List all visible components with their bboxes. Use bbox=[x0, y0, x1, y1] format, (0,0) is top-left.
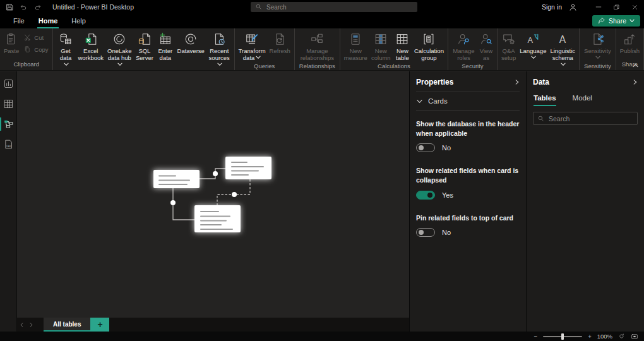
ribbon-button-dataverse[interactable]: Dataverse bbox=[176, 30, 206, 55]
menu-home[interactable]: Home bbox=[32, 14, 65, 28]
sign-in-link[interactable]: Sign in bbox=[542, 3, 562, 11]
ribbon-button-onelake-data-hub[interactable]: OneLake data hub bbox=[105, 30, 134, 69]
menu-file[interactable]: File bbox=[6, 14, 32, 28]
minimize-button[interactable] bbox=[589, 0, 607, 14]
ribbon-group-clipboard: PasteCutCopyClipboard bbox=[0, 28, 53, 70]
ribbon-button-sql-server[interactable]: SQL Server bbox=[134, 30, 156, 62]
page-tab-all-tables[interactable]: All tables bbox=[44, 318, 90, 332]
ribbon-button-excel-workbook[interactable]: Excel workbook bbox=[76, 30, 105, 62]
chevron-down-icon bbox=[629, 18, 635, 23]
manage-roles-icon bbox=[456, 30, 470, 47]
data-search-box[interactable] bbox=[533, 112, 638, 125]
ribbon-group-label: Relationships bbox=[297, 62, 338, 72]
share-button[interactable]: Share bbox=[592, 15, 640, 27]
power-bi-desktop-window: Untitled - Power BI Desktop Sign in File… bbox=[0, 0, 644, 341]
collapse-ribbon-icon[interactable] bbox=[633, 63, 638, 68]
ribbon-button-new-measure[interactable]: New measure bbox=[342, 30, 369, 62]
cards-section-header[interactable]: Cards bbox=[416, 92, 520, 111]
redo-icon[interactable] bbox=[33, 3, 42, 11]
properties-panel: Properties Cards Show the database in th… bbox=[409, 71, 526, 332]
fit-to-screen-icon[interactable] bbox=[631, 333, 638, 340]
ribbon-group-label: Calculations bbox=[342, 62, 446, 72]
page-nav-left-icon[interactable] bbox=[17, 318, 27, 332]
enter-data-icon bbox=[158, 30, 172, 47]
chevron-down-icon bbox=[595, 54, 600, 61]
ribbon-group-label: Clipboard bbox=[2, 60, 51, 70]
ribbon-button-copy[interactable]: Copy bbox=[21, 44, 51, 56]
ribbon-button-calculation-group[interactable]: Calculation group bbox=[412, 30, 446, 62]
chevron-down-icon bbox=[256, 54, 261, 61]
new-column-icon bbox=[374, 30, 388, 47]
ribbon-group-relationships: Manage relationshipsRelationships bbox=[295, 28, 340, 70]
ribbon-button-get-data[interactable]: Get data bbox=[55, 30, 76, 69]
data-tab-model[interactable]: Model bbox=[573, 94, 592, 106]
new-measure-icon bbox=[349, 30, 362, 47]
ribbon-button-view-as[interactable]: View as bbox=[477, 30, 495, 62]
ribbon-group-label: Security bbox=[450, 62, 495, 72]
reset-zoom-icon[interactable] bbox=[618, 333, 625, 340]
cut-icon bbox=[23, 33, 32, 42]
save-icon[interactable] bbox=[6, 3, 14, 11]
ribbon-button-linguistic-schema[interactable]: ALinguistic schema bbox=[548, 30, 577, 69]
ribbon-button-manage-relationships[interactable]: Manage relationships bbox=[297, 30, 338, 62]
account-avatar-icon[interactable] bbox=[568, 3, 578, 12]
transform-data-icon bbox=[245, 30, 259, 47]
sidebar-item-table-view[interactable] bbox=[0, 96, 17, 112]
zoom-out-button[interactable]: − bbox=[534, 333, 538, 340]
toggle-state-label: No bbox=[442, 144, 451, 152]
undo-icon[interactable] bbox=[20, 3, 28, 11]
sidebar-item-model-view[interactable] bbox=[0, 116, 17, 132]
chevron-down-icon bbox=[417, 99, 422, 104]
sidebar-item-report-view[interactable] bbox=[0, 76, 17, 92]
data-tab-tables[interactable]: Tables bbox=[534, 94, 556, 106]
close-button[interactable] bbox=[626, 0, 644, 14]
ribbon-button-sensitivity[interactable]: Sensitivity bbox=[581, 30, 614, 62]
zoom-slider[interactable] bbox=[543, 336, 582, 337]
property-setting: Show related fields when card is collaps… bbox=[416, 160, 520, 206]
ribbon-button-q-a-setup[interactable]: Q&A setup bbox=[499, 30, 518, 62]
status-bar: − + 100% bbox=[0, 332, 644, 341]
page-tab-bar: All tables + bbox=[17, 318, 409, 332]
model-canvas: All tables + bbox=[17, 71, 409, 332]
ribbon-button-new-column[interactable]: New column bbox=[369, 30, 393, 62]
ribbon-button-refresh[interactable]: Refresh bbox=[268, 30, 292, 55]
ribbon-button-transform-data[interactable]: Transform data bbox=[237, 30, 268, 62]
global-search-input[interactable] bbox=[266, 4, 413, 11]
restore-button[interactable] bbox=[607, 0, 626, 14]
toggle-knob bbox=[419, 230, 424, 235]
toggle-pin-related-fields-to-top-of-card[interactable] bbox=[416, 228, 435, 237]
ribbon-button-publish[interactable]: Publish bbox=[618, 30, 641, 55]
ribbon-button-cut[interactable]: Cut bbox=[21, 32, 51, 44]
onelake-data-hub-icon bbox=[112, 30, 126, 47]
global-search-box[interactable] bbox=[251, 2, 417, 12]
data-search-input[interactable] bbox=[549, 115, 633, 123]
collapse-properties-panel-icon[interactable] bbox=[515, 80, 520, 85]
sidebar-item-dax-query-view[interactable]: DAX bbox=[0, 136, 17, 152]
toggle-show-the-database-in-the-header-when-applicable[interactable] bbox=[416, 143, 435, 152]
ribbon-group-label: Queries bbox=[237, 62, 292, 72]
model-diagram-watermark bbox=[17, 71, 409, 318]
ribbon-button-recent-sources[interactable]: Recent sources bbox=[206, 30, 232, 69]
language-icon: A bbox=[526, 30, 540, 47]
page-nav-right-icon[interactable] bbox=[27, 318, 36, 332]
ribbon-button-language[interactable]: ALanguage bbox=[518, 30, 548, 62]
ribbon-button-new-table[interactable]: New table bbox=[393, 30, 412, 62]
copy-icon bbox=[23, 45, 32, 54]
zoom-slider-handle[interactable] bbox=[561, 333, 564, 340]
model-view-icon bbox=[3, 119, 14, 129]
svg-text:A: A bbox=[528, 35, 534, 44]
sensitivity-icon bbox=[590, 30, 604, 47]
collapse-data-panel-icon[interactable] bbox=[633, 80, 638, 85]
add-page-tab-button[interactable]: + bbox=[90, 318, 109, 332]
menu-help[interactable]: Help bbox=[64, 14, 93, 28]
ribbon-button-manage-roles[interactable]: Manage roles bbox=[450, 30, 477, 62]
svg-text:DAX: DAX bbox=[6, 145, 11, 148]
ribbon-button-enter-data[interactable]: Enter data bbox=[155, 30, 175, 62]
chevron-down-icon bbox=[117, 61, 122, 68]
property-setting-label: Show the database in the header when app… bbox=[416, 119, 520, 138]
toggle-show-related-fields-when-card-is-collapsed[interactable] bbox=[416, 191, 435, 200]
svg-text:A: A bbox=[559, 33, 566, 44]
ribbon-button-paste[interactable]: Paste bbox=[2, 30, 21, 55]
linguistic-schema-icon: A bbox=[556, 30, 569, 47]
zoom-in-button[interactable]: + bbox=[588, 333, 592, 340]
